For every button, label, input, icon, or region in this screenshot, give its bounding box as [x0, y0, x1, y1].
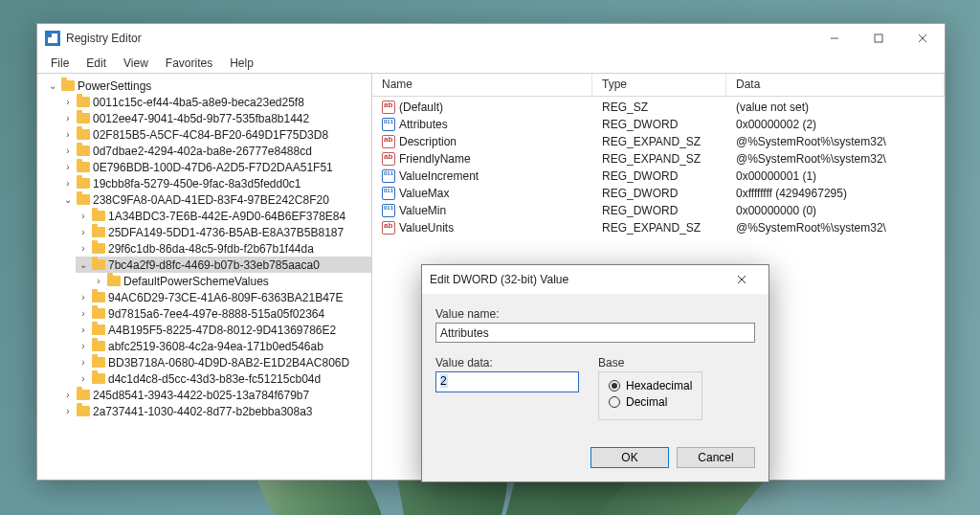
window-title: Registry Editor: [66, 32, 142, 45]
chevron-right-icon[interactable]: [78, 211, 89, 221]
chevron-down-icon[interactable]: [62, 194, 74, 205]
value-row[interactable]: ValueMaxREG_DWORD0xffffffff (4294967295): [372, 185, 945, 202]
chevron-right-icon[interactable]: [78, 227, 89, 237]
tree-node[interactable]: DefaultPowerSchemeValues: [91, 273, 371, 289]
chevron-right-icon[interactable]: [62, 97, 74, 107]
column-header-type[interactable]: Type: [592, 74, 726, 96]
value-data-text: 2: [440, 374, 448, 388]
value-name-input[interactable]: [435, 323, 755, 343]
tree-node[interactable]: d4c1d4c8-d5cc-43d3-b83e-fc51215cb04d: [76, 370, 371, 387]
value-data-input[interactable]: 2: [435, 371, 579, 392]
value-type-text: REG_SZ: [592, 101, 726, 114]
chevron-right-icon[interactable]: [62, 129, 74, 140]
value-row[interactable]: ValueMinREG_DWORD0x00000000 (0): [372, 202, 945, 219]
chevron-right-icon[interactable]: [62, 113, 74, 123]
radio-icon: [609, 380, 620, 392]
tree-node-powersettings[interactable]: PowerSettings: [45, 78, 371, 94]
folder-icon: [77, 113, 90, 123]
tree-node-label: 0d7dbae2-4294-402a-ba8e-26777e8488cd: [93, 145, 312, 158]
chevron-right-icon[interactable]: [78, 243, 89, 254]
tree-node[interactable]: 7bc4a2f9-d8fc-4469-b07b-33eb785aaca0: [76, 257, 371, 273]
menu-file[interactable]: File: [43, 55, 77, 72]
tree-node[interactable]: 0011c15c-ef44-4ba5-a8e9-beca23ed25f8: [60, 94, 371, 110]
chevron-right-icon[interactable]: [62, 146, 74, 156]
value-data-text: @%SystemRoot%\system32\: [726, 152, 945, 166]
tree-node[interactable]: 19cbb8fa-5279-450e-9fac-8a3d5fedd0c1: [60, 175, 371, 191]
cancel-button[interactable]: Cancel: [677, 447, 755, 468]
titlebar[interactable]: Registry Editor: [37, 24, 945, 53]
chevron-right-icon[interactable]: [62, 390, 74, 400]
dialog-titlebar[interactable]: Edit DWORD (32-bit) Value: [422, 265, 768, 294]
tree-node[interactable]: 0012ee47-9041-4b5d-9b77-535fba8b1442: [60, 110, 371, 126]
value-data-label: Value data:: [435, 356, 579, 369]
menu-favorites[interactable]: Favorites: [158, 55, 220, 72]
tree-node[interactable]: 2a737441-1030-4402-8d77-b2bebba308a3: [60, 403, 371, 419]
ok-button[interactable]: OK: [590, 447, 669, 468]
tree-node[interactable]: abfc2519-3608-4c2a-94ea-171b0ed546ab: [76, 338, 371, 354]
value-row[interactable]: DescriptionREG_EXPAND_SZ@%SystemRoot%\sy…: [372, 133, 945, 150]
dword-icon: [382, 118, 395, 131]
tree-node[interactable]: 94AC6D29-73CE-41A6-809F-6363BA21B47E: [76, 289, 371, 305]
chevron-right-icon[interactable]: [78, 373, 89, 384]
chevron-down-icon[interactable]: [78, 259, 89, 270]
chevron-right-icon[interactable]: [78, 357, 89, 368]
chevron-right-icon[interactable]: [62, 178, 74, 189]
value-row[interactable]: (Default)REG_SZ(value not set): [372, 99, 945, 116]
string-icon: [382, 221, 395, 235]
close-button[interactable]: [901, 24, 945, 53]
folder-icon: [77, 162, 90, 172]
folder-icon: [77, 390, 90, 400]
string-icon: [382, 101, 395, 114]
value-row[interactable]: ValueIncrementREG_DWORD0x00000001 (1): [372, 168, 945, 185]
tree-node[interactable]: 0d7dbae2-4294-402a-ba8e-26777e8488cd: [60, 143, 371, 159]
tree-node[interactable]: 02F815B5-A5CF-4C84-BF20-649D1F75D3D8: [60, 126, 371, 143]
tree-node[interactable]: BD3B718A-0680-4D9D-8AB2-E1D2B4AC806D: [76, 354, 371, 370]
radio-hexadecimal[interactable]: Hexadecimal: [609, 379, 692, 392]
tree-node-label: d4c1d4c8-d5cc-43d3-b83e-fc51215cb04d: [108, 372, 321, 386]
value-data-text: @%SystemRoot%\system32\: [726, 135, 945, 148]
chevron-right-icon[interactable]: [62, 406, 74, 416]
tree-node[interactable]: 245d8541-3943-4422-b025-13a784f679b7: [60, 387, 371, 403]
tree-node[interactable]: A4B195F5-8225-47D8-8012-9D41369786E2: [76, 322, 371, 338]
tree-node-label: 2a737441-1030-4402-8d77-b2bebba308a3: [93, 405, 313, 418]
value-row[interactable]: AttributesREG_DWORD0x00000002 (2): [372, 116, 945, 133]
menu-edit[interactable]: Edit: [78, 55, 114, 72]
chevron-right-icon[interactable]: [78, 292, 89, 302]
folder-icon: [61, 80, 75, 91]
value-name-label: Value name:: [435, 307, 755, 321]
radio-label: Hexadecimal: [626, 379, 692, 392]
tree-node[interactable]: 25DFA149-5DD1-4736-B5AB-E8A37B5B8187: [76, 224, 371, 240]
dialog-close-button[interactable]: [723, 265, 761, 294]
minimize-button[interactable]: [813, 24, 857, 53]
chevron-right-icon[interactable]: [78, 308, 89, 319]
tree-node[interactable]: 1A34BDC3-7E6B-442E-A9D0-64B6EF378E84: [76, 208, 371, 224]
radio-label: Decimal: [626, 395, 667, 409]
tree-node-label: 245d8541-3943-4422-b025-13a784f679b7: [93, 389, 309, 402]
tree-node-label: 29f6c1db-86da-48c5-9fdb-f2b67b1f44da: [108, 242, 314, 256]
folder-icon: [92, 259, 105, 270]
chevron-right-icon[interactable]: [78, 341, 89, 351]
folder-icon: [92, 325, 105, 335]
radio-decimal[interactable]: Decimal: [609, 395, 692, 409]
chevron-down-icon[interactable]: [47, 80, 58, 91]
tree-node-label: 9d7815a6-7ee4-497e-8888-515a05f02364: [108, 307, 324, 321]
chevron-right-icon[interactable]: [62, 162, 74, 172]
chevron-right-icon[interactable]: [93, 276, 104, 286]
folder-icon: [77, 129, 90, 140]
value-row[interactable]: FriendlyNameREG_EXPAND_SZ@%SystemRoot%\s…: [372, 150, 945, 168]
tree-node[interactable]: 29f6c1db-86da-48c5-9fdb-f2b67b1f44da: [76, 240, 371, 257]
column-header-name[interactable]: Name: [372, 74, 592, 96]
tree-node[interactable]: 238C9FA8-0AAD-41ED-83F4-97BE242C8F20: [60, 191, 371, 208]
tree-node[interactable]: 9d7815a6-7ee4-497e-8888-515a05f02364: [76, 305, 371, 322]
column-header-data[interactable]: Data: [726, 74, 945, 96]
menu-help[interactable]: Help: [222, 55, 261, 72]
value-row[interactable]: ValueUnitsREG_EXPAND_SZ@%SystemRoot%\sys…: [372, 219, 945, 236]
folder-icon: [92, 341, 105, 351]
tree-node[interactable]: 0E796BDB-100D-47D6-A2D5-F7D2DAA51F51: [60, 159, 371, 175]
chevron-right-icon[interactable]: [78, 325, 89, 335]
menu-view[interactable]: View: [116, 55, 156, 72]
folder-icon: [92, 243, 105, 254]
value-data-text: 0xffffffff (4294967295): [726, 187, 945, 200]
maximize-button[interactable]: [857, 24, 901, 53]
registry-tree[interactable]: PowerSettings 0011c15c-ef44-4ba5-a8e9-be…: [37, 74, 371, 480]
